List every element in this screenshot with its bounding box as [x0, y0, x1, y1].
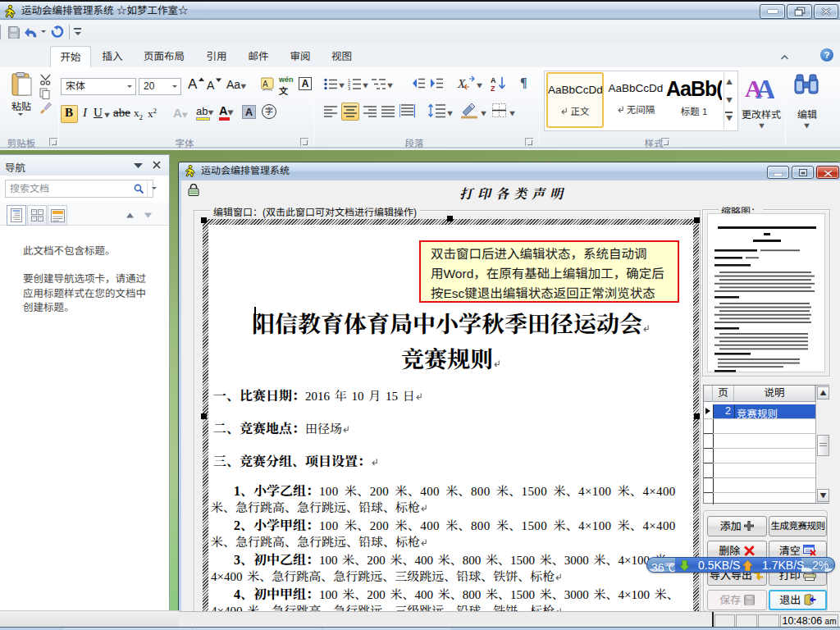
svg-text:A: A [756, 74, 774, 102]
svg-text:Z: Z [491, 84, 495, 91]
svg-text:A: A [262, 80, 268, 89]
svg-text:A: A [491, 76, 496, 84]
svg-text:3: 3 [348, 86, 350, 90]
svg-text:X: X [457, 77, 466, 90]
